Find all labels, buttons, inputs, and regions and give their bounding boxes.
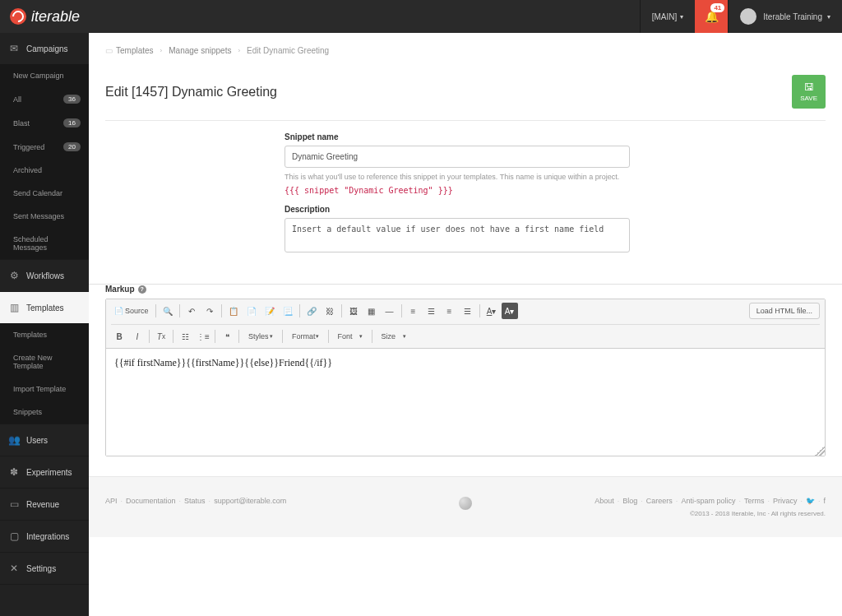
align-right-button[interactable]: ≡ <box>442 303 458 319</box>
nav-campaigns[interactable]: ✉Campaigns <box>0 33 89 64</box>
format-dropdown[interactable]: Format▾ <box>286 330 325 343</box>
footer-link[interactable]: API <box>105 497 118 505</box>
nav-sub-item[interactable]: All36 <box>0 87 89 111</box>
nav-icon: 👥 <box>8 434 20 446</box>
editor-toolbar: 📄 Source 🔍 ↶ ↷ 📋 📄 📝 📃 🔗 ⛓ 🖼 <box>106 299 825 349</box>
nav-label: Integrations <box>26 532 69 541</box>
footer-link[interactable]: Status <box>184 497 206 505</box>
source-button[interactable]: 📄 Source <box>111 305 152 317</box>
topbar-right: [MAIN] ▾ 🔔 41 Iterable Training ▾ <box>640 0 842 33</box>
save-button[interactable]: 🖫 SAVE <box>792 75 826 109</box>
footer-link[interactable]: support@iterable.com <box>214 497 286 505</box>
nav-sub-item[interactable]: Templates <box>0 323 89 346</box>
size-dropdown[interactable]: Size▾ <box>376 330 412 343</box>
paste-word-button[interactable]: 📃 <box>280 303 296 319</box>
logo[interactable]: iterable <box>0 8 90 25</box>
footer-link[interactable]: About <box>594 497 614 505</box>
paste-text-button[interactable]: 📝 <box>261 303 278 319</box>
nav-icon: ✉ <box>8 43 20 54</box>
nav-settings[interactable]: ✕Settings <box>0 553 89 584</box>
footer-link[interactable]: Terms <box>744 497 765 505</box>
nav-workflows[interactable]: ⚙Workflows <box>0 260 89 291</box>
footer-link[interactable]: Privacy <box>773 497 798 505</box>
blockquote-button[interactable]: ❝ <box>219 328 235 345</box>
notifications-button[interactable]: 🔔 41 <box>695 0 728 33</box>
nav-experiments[interactable]: ✽Experiments <box>0 456 89 488</box>
description-input[interactable] <box>285 218 630 252</box>
bg-color-button[interactable]: A▾ <box>502 303 518 319</box>
twitter-icon[interactable]: 🐦 <box>806 497 815 505</box>
nav-sub-item[interactable]: Triggered20 <box>0 135 89 159</box>
text-color-button[interactable]: A▾ <box>483 303 500 319</box>
nav-sub-label: Archived <box>13 166 42 174</box>
nav-revenue[interactable]: ▭Revenue <box>0 489 89 520</box>
align-left-button[interactable]: ≡ <box>405 303 422 319</box>
bold-button[interactable]: B <box>111 328 127 345</box>
italic-button[interactable]: I <box>129 328 146 345</box>
nav-sub-item[interactable]: Import Template <box>0 377 89 401</box>
image-button[interactable]: 🖼 <box>345 303 362 319</box>
undo-button[interactable]: ↶ <box>183 303 200 319</box>
align-center-button[interactable]: ☰ <box>423 303 440 319</box>
load-html-button[interactable]: Load HTML file... <box>749 303 820 319</box>
page-title: Edit [1457] Dynamic Greeting <box>105 85 277 100</box>
globe-icon <box>459 497 472 510</box>
footer-link[interactable]: Anti-spam policy <box>681 497 735 505</box>
font-dropdown[interactable]: Font▾ <box>332 330 368 343</box>
nav-sub-label: New Campaign <box>13 72 64 80</box>
nav-icon: ▭ <box>8 498 20 510</box>
align-justify-button[interactable]: ☰ <box>460 303 476 319</box>
footer-link[interactable]: Careers <box>646 497 673 505</box>
topbar: iterable [MAIN] ▾ 🔔 41 Iterable Training… <box>0 0 842 33</box>
notification-count: 41 <box>710 3 724 12</box>
snippet-name-input[interactable] <box>285 146 630 168</box>
page-header: Edit [1457] Dynamic Greeting 🖫 SAVE <box>105 75 826 121</box>
nav-sub-label: Blast <box>13 119 30 127</box>
nav-sub-label: Templates <box>13 331 47 339</box>
facebook-icon[interactable]: f <box>823 497 826 505</box>
user-menu[interactable]: Iterable Training ▾ <box>728 0 842 33</box>
nav-users[interactable]: 👥Users <box>0 424 89 456</box>
logo-icon <box>10 8 26 25</box>
breadcrumb-link[interactable]: Templates <box>116 46 154 55</box>
nav-integrations[interactable]: ▢Integrations <box>0 521 89 552</box>
chevron-down-icon: ▾ <box>680 13 683 21</box>
footer-link[interactable]: Documentation <box>126 497 176 505</box>
remove-format-button[interactable]: Tx <box>153 328 169 345</box>
styles-dropdown[interactable]: Styles▾ <box>243 330 279 343</box>
redo-button[interactable]: ↷ <box>201 303 218 319</box>
nav-sub-item[interactable]: Snippets <box>0 401 89 424</box>
org-selector[interactable]: [MAIN] ▾ <box>640 0 696 33</box>
footer-link[interactable]: Blog <box>622 497 637 505</box>
bullet-list-button[interactable]: ⋮≡ <box>195 328 211 345</box>
hr-button[interactable]: — <box>382 303 398 319</box>
nav-label: Campaigns <box>26 44 68 53</box>
paste-button[interactable]: 📄 <box>243 303 260 319</box>
copyright: ©2013 - 2018 Iterable, Inc · All rights … <box>594 510 826 517</box>
nav-sub-item[interactable]: Scheduled Messages <box>0 228 89 259</box>
help-icon[interactable]: ? <box>138 285 146 294</box>
nav-sub-item[interactable]: Create New Template <box>0 346 89 377</box>
preview-button[interactable]: 🔍 <box>160 303 176 319</box>
nav-sub-item[interactable]: Send Calendar <box>0 182 89 205</box>
nav-sub-label: Sent Messages <box>13 212 64 220</box>
breadcrumb-link[interactable]: Manage snippets <box>169 46 231 55</box>
link-button[interactable]: 🔗 <box>303 303 320 319</box>
editor-content[interactable]: {{#if firstName}}{{firstName}}{{else}}Fr… <box>106 349 825 456</box>
nav-sub-item[interactable]: Sent Messages <box>0 205 89 228</box>
table-button[interactable]: ▦ <box>363 303 380 319</box>
nav-sub-item[interactable]: Archived <box>0 159 89 182</box>
nav-templates[interactable]: ▥Templates <box>0 292 89 323</box>
avatar <box>740 8 756 25</box>
nav-label: Users <box>26 436 48 445</box>
unlink-button[interactable]: ⛓ <box>322 303 338 319</box>
copy-button[interactable]: 📋 <box>225 303 242 319</box>
snippet-name-help: This is what you'll use to reference thi… <box>285 173 811 181</box>
resize-handle[interactable] <box>815 446 825 456</box>
folder-icon: ▭ <box>105 46 113 55</box>
footer-right: About·Blog·Careers·Anti-spam policy·Term… <box>594 497 826 517</box>
numbered-list-button[interactable]: ☷ <box>177 328 193 345</box>
chevron-right-icon: › <box>238 47 240 54</box>
nav-sub-item[interactable]: New Campaign <box>0 64 89 87</box>
nav-sub-item[interactable]: Blast16 <box>0 111 89 135</box>
